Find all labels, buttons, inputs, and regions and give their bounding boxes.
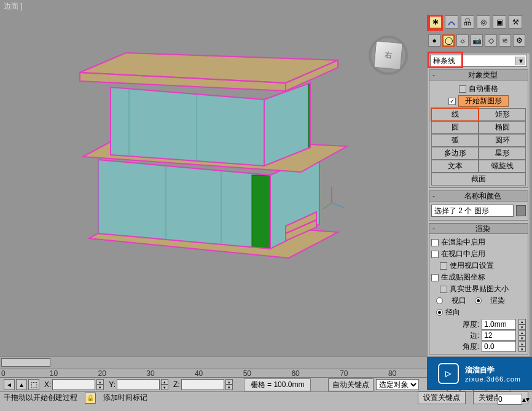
viewport-radio[interactable] xyxy=(436,297,443,304)
shape-buttons-grid: 线 矩形 圆 椭圆 弧 圆环 多边形 星形 文本 螺旋线 截面 xyxy=(431,108,526,186)
rollout-title: 渲染 xyxy=(438,224,528,234)
display-tab[interactable]: ▣ xyxy=(493,15,506,29)
x-spinner[interactable]: ▴▾ xyxy=(96,379,104,390)
enable-viewport-label: 在视口中启用 xyxy=(441,249,485,259)
gen-map-coords-label: 生成贴图坐标 xyxy=(441,272,485,283)
enable-render-label: 在渲染中启用 xyxy=(441,237,485,248)
startnewshape-label: 开始新图形 xyxy=(458,95,509,107)
chevron-down-icon: ▾ xyxy=(515,57,525,65)
utilities-tab[interactable]: ⚒ xyxy=(509,15,522,29)
donut-button[interactable]: 圆环 xyxy=(479,134,526,147)
angle-input[interactable] xyxy=(482,341,516,352)
camera-icon: 📷 xyxy=(472,36,482,45)
play-icon: ▷ xyxy=(438,363,459,384)
color-swatch[interactable] xyxy=(516,205,526,216)
viewport-title: 边面 ] xyxy=(0,0,26,13)
line-button[interactable]: 线 xyxy=(431,108,479,121)
nav-selset-button[interactable]: ⬚ xyxy=(28,379,39,390)
enable-viewport-checkbox[interactable] xyxy=(431,251,439,258)
display-icon: ▣ xyxy=(496,18,503,26)
viewport-radio-label: 视口 xyxy=(452,296,466,306)
ellipse-button[interactable]: 椭圆 xyxy=(479,121,526,134)
section-button[interactable]: 截面 xyxy=(431,173,526,186)
y-spinner[interactable]: ▴▾ xyxy=(161,379,168,390)
enable-render-checkbox[interactable] xyxy=(431,239,439,246)
x-label: X: xyxy=(44,380,51,389)
shape-category-dropdown[interactable]: 样条线 ▾ xyxy=(430,55,527,67)
collapse-icon: - xyxy=(429,224,438,233)
systems-subtab[interactable]: ⚙ xyxy=(513,34,525,47)
render-rollout-header[interactable]: - 渲染 xyxy=(429,223,528,234)
viewcube-face[interactable]: 右 xyxy=(374,41,403,70)
thickness-input[interactable] xyxy=(482,319,516,330)
current-frame-input[interactable] xyxy=(498,394,522,405)
key-selection-dropdown[interactable]: 选定对象 xyxy=(376,379,419,390)
nav-buttons: ◂ ▴ ⬚ xyxy=(4,379,39,390)
sphere-icon: ● xyxy=(432,36,436,45)
watermark-brand: 溜溜自学 xyxy=(465,366,495,374)
realworld-map-label: 真实世界贴图大小 xyxy=(450,284,509,294)
radial-radio[interactable] xyxy=(436,309,443,316)
create-tab[interactable]: ✱ xyxy=(429,15,442,29)
spacewarps-subtab[interactable]: ≋ xyxy=(499,34,511,47)
thickness-spinner[interactable]: ▴▾ xyxy=(518,319,526,330)
geometry-subtab[interactable]: ● xyxy=(428,34,440,47)
hammer-icon: ⚒ xyxy=(512,18,519,26)
viewport[interactable]: 边面 ] 右 xyxy=(0,0,425,356)
object-type-rollout-header[interactable]: - 对象类型 xyxy=(429,69,528,80)
sides-spinner[interactable]: ▴▾ xyxy=(518,330,526,341)
watermark: ▷ 溜溜自学 zixue.3d66.com xyxy=(427,357,532,390)
shapes-subtab[interactable]: ◯ xyxy=(442,34,455,47)
command-panel-tabs: ✱ 品 ◎ ▣ ⚒ xyxy=(427,14,528,32)
modify-tab[interactable] xyxy=(445,15,458,29)
cameras-subtab[interactable]: 📷 xyxy=(471,34,483,47)
frame-spinner[interactable]: ▴▾ xyxy=(522,395,530,404)
time-slider-thumb[interactable] xyxy=(1,358,50,367)
render-rollout: 在渲染中启用 在视口中启用 使用视口设置 生成贴图坐标 真实世界贴图大小 视口 … xyxy=(429,234,528,354)
nav-prev-button[interactable]: ◂ xyxy=(4,379,15,390)
svg-line-31 xyxy=(323,203,332,209)
ngon-button[interactable]: 多边形 xyxy=(431,147,479,160)
sides-input[interactable] xyxy=(482,330,516,341)
angle-spinner[interactable]: ▴▾ xyxy=(518,341,526,352)
helpers-subtab[interactable]: ◇ xyxy=(485,34,497,47)
circle-button[interactable]: 圆 xyxy=(431,121,479,134)
rollout-title: 名称和颜色 xyxy=(438,191,528,202)
svg-marker-4 xyxy=(252,175,270,249)
rollout-title: 对象类型 xyxy=(438,70,528,80)
use-viewport-settings-label: 使用视口设置 xyxy=(450,260,494,271)
lights-subtab[interactable]: ☼ xyxy=(456,34,469,47)
create-subtabs: ● ◯ ☼ 📷 ◇ ≋ ⚙ xyxy=(427,33,530,49)
y-input[interactable] xyxy=(117,379,160,390)
x-input[interactable] xyxy=(52,379,95,390)
z-input[interactable] xyxy=(181,379,224,390)
svg-marker-9 xyxy=(111,87,264,166)
add-time-tag[interactable]: 添加时间标记 xyxy=(103,393,147,403)
helix-button[interactable]: 螺旋线 xyxy=(479,160,526,173)
helper-icon: ◇ xyxy=(488,36,494,45)
star-button[interactable]: 星形 xyxy=(479,147,526,160)
nav-up-button[interactable]: ▴ xyxy=(16,379,27,390)
name-color-rollout-header[interactable]: - 名称和颜色 xyxy=(429,190,528,202)
render-radio[interactable] xyxy=(475,297,482,304)
command-panel: 样条线 ▾ - 对象类型 自动栅格 开始新图形 线 矩形 圆 椭圆 弧 圆环 多… xyxy=(427,53,530,360)
arc-button[interactable]: 弧 xyxy=(431,134,479,147)
text-button[interactable]: 文本 xyxy=(431,160,479,173)
startnewshape-checkbox[interactable] xyxy=(448,98,456,105)
z-spinner[interactable]: ▴▾ xyxy=(225,379,233,390)
lock-icon[interactable]: 🔒 xyxy=(85,393,96,404)
set-key-button[interactable]: 设置关键点 xyxy=(418,391,466,404)
z-label: Z: xyxy=(173,380,180,389)
rectangle-button[interactable]: 矩形 xyxy=(479,108,526,121)
autogrid-label: 自动栅格 xyxy=(469,84,498,94)
status-bar: 千拖动以开始创建过程 🔒 添加时间标记 设置关键点 关键点过滤器 xyxy=(0,391,532,404)
motion-tab[interactable]: ◎ xyxy=(477,15,490,29)
gen-map-coords-checkbox[interactable] xyxy=(431,274,439,281)
viewcube[interactable]: 右 xyxy=(370,37,407,74)
angle-label: 角度: xyxy=(463,342,479,352)
hierarchy-tab[interactable]: 品 xyxy=(461,15,474,29)
realworld-map-checkbox xyxy=(440,286,447,293)
autokey-button[interactable]: 自动关键点 xyxy=(328,378,374,391)
status-text: 千拖动以开始创建过程 xyxy=(4,393,77,403)
object-name-field[interactable] xyxy=(431,205,514,217)
